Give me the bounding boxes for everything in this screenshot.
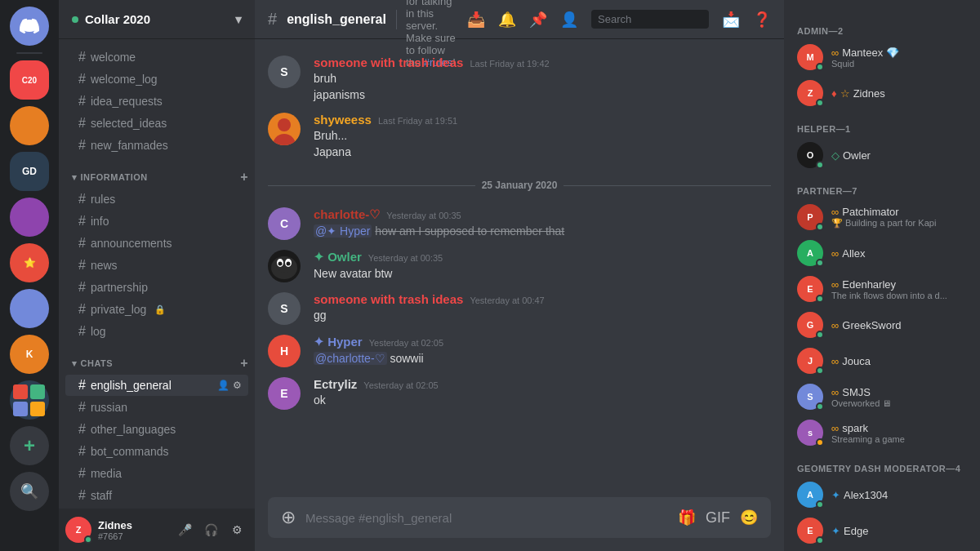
- messages-container: S someone with trash ideas Last Friday a…: [255, 39, 784, 497]
- message-timestamp: Yesterday at 02:05: [369, 338, 443, 348]
- member-item-edge[interactable]: E ✦ Edge: [791, 513, 973, 549]
- channel-item-idea-requests[interactable]: # idea_requests: [65, 91, 248, 112]
- gift-icon[interactable]: 🎁: [678, 509, 696, 527]
- header-actions: 📥 🔔 📌 👤 📩 ❓: [467, 10, 771, 29]
- server-icon-2[interactable]: [10, 106, 49, 145]
- gif-icon[interactable]: GIF: [706, 509, 730, 527]
- member-item-smjs[interactable]: S ∞ SMJS Overworked 🖥: [791, 379, 973, 415]
- message-input-actions: 🎁 GIF 😊: [678, 509, 758, 527]
- server-icon-4[interactable]: [10, 198, 49, 237]
- message-group: S someone with trash ideas Last Friday a…: [255, 52, 784, 106]
- divider-line: [564, 185, 771, 186]
- user-bar: Z Zidnes #7667 🎤 🎧 ⚙: [59, 509, 255, 551]
- server-icon-5[interactable]: ⭐: [10, 243, 49, 282]
- notification-icon[interactable]: 🔔: [498, 11, 516, 29]
- member-name: ♦ ☆ Zidnes: [831, 87, 967, 100]
- server-name: Collar 2020: [85, 12, 150, 26]
- channel-item-news[interactable]: # news: [65, 255, 248, 276]
- inbox-icon[interactable]: 📥: [467, 11, 485, 29]
- status-dot: [816, 295, 824, 303]
- member-item-alex1304[interactable]: A ✦ Alex1304: [791, 477, 973, 513]
- channel-sidebar: Collar 2020 ▾ # welcome # welcome_log # …: [59, 0, 255, 551]
- message-content: ✦ Owler Yesterday at 00:35 New avatar bt…: [314, 250, 771, 282]
- member-item-jouca[interactable]: J ∞ Jouca: [791, 343, 973, 379]
- member-item-allex[interactable]: A ∞ Allex: [791, 235, 973, 271]
- hash-icon: #: [78, 94, 86, 109]
- server-icon-multi[interactable]: [10, 380, 49, 420]
- settings-button[interactable]: ⚙: [225, 518, 248, 541]
- channel-item-russian[interactable]: # russian: [65, 397, 248, 418]
- channel-item-selected-ideas[interactable]: # selected_ideas: [65, 113, 248, 134]
- channel-item-english-general[interactable]: # english_general 👤 ⚙: [65, 375, 248, 396]
- add-file-button[interactable]: ⊕: [281, 497, 296, 538]
- member-avatar: A: [797, 240, 823, 266]
- add-channel-button[interactable]: +: [240, 356, 248, 371]
- channel-hash-icon: #: [268, 10, 277, 29]
- channel-name: new_fanmades: [91, 139, 168, 152]
- channel-item-welcome-log[interactable]: # welcome_log: [65, 69, 248, 90]
- add-channel-button[interactable]: +: [240, 170, 248, 184]
- channel-item-media[interactable]: # media: [65, 463, 248, 484]
- channel-name: media: [91, 467, 122, 480]
- member-item-edenharley[interactable]: E ∞ Edenharley The ink flows down into a…: [791, 271, 973, 307]
- message-text: gg: [314, 308, 771, 324]
- member-category-admin: ADMIN—2: [791, 13, 973, 39]
- message-author: someone with trash ideas: [314, 292, 463, 306]
- help-icon[interactable]: ❓: [753, 11, 771, 29]
- message-timestamp: Yesterday at 00:47: [470, 295, 544, 305]
- status-dot: [816, 161, 824, 169]
- channel-item-bot-commands[interactable]: # bot_commands: [65, 441, 248, 462]
- message-author: charlotte-♡: [314, 207, 380, 222]
- pin-icon[interactable]: 📌: [529, 11, 547, 29]
- member-item-patchimator[interactable]: P ∞ Patchimator 🏆 Building a part for Ka…: [791, 199, 973, 235]
- avatar: [268, 250, 301, 282]
- hash-icon: #: [78, 280, 86, 295]
- message-header: shyweess Last Friday at 19:51: [314, 113, 771, 127]
- member-item-spark[interactable]: s ∞ spark Streaming a game: [791, 415, 973, 451]
- online-dot: [72, 16, 78, 23]
- message-timestamp: Last Friday at 19:51: [378, 116, 457, 126]
- channel-item-new-fanmades[interactable]: # new_fanmades: [65, 135, 248, 156]
- member-item-owler[interactable]: O ◇ Owler: [791, 137, 973, 173]
- channel-item-announcements[interactable]: # announcements: [65, 233, 248, 254]
- status-dot: [816, 402, 824, 411]
- category-chats[interactable]: ▾ CHATS +: [59, 343, 255, 374]
- member-item-greeksword[interactable]: G ∞ GreekSword: [791, 307, 973, 343]
- mute-button[interactable]: 🎤: [173, 518, 196, 541]
- channel-name: private_log: [91, 303, 147, 316]
- server-icon-k[interactable]: K: [10, 335, 49, 374]
- category-information[interactable]: ▾ INFORMATION +: [59, 157, 255, 188]
- member-info: ✦ Edge: [831, 525, 967, 537]
- member-avatar: G: [797, 312, 823, 338]
- message-timestamp: Last Friday at 19:42: [470, 59, 549, 69]
- emoji-icon[interactable]: 😊: [740, 509, 758, 527]
- inbox-button[interactable]: 📩: [722, 11, 740, 29]
- server-icon-gdbot[interactable]: GD: [10, 152, 49, 191]
- explore-button[interactable]: 🔍: [10, 472, 49, 511]
- server-icon-collar[interactable]: C20: [10, 60, 49, 100]
- channel-item-partnership[interactable]: # partnership: [65, 277, 248, 298]
- hash-icon: #: [78, 116, 86, 131]
- member-item-manteex[interactable]: M ∞ Manteex 💎 Squid: [791, 39, 973, 75]
- members-icon[interactable]: 👤: [560, 11, 578, 29]
- channel-name: other_languages: [91, 423, 176, 436]
- channel-item-info[interactable]: # info: [65, 211, 248, 232]
- search-input[interactable]: [591, 10, 709, 29]
- channel-item-welcome[interactable]: # welcome: [65, 47, 248, 68]
- channel-name: rules: [91, 193, 115, 206]
- server-icon-6[interactable]: [10, 289, 49, 328]
- channel-item-log[interactable]: # log: [65, 321, 248, 342]
- message-input[interactable]: [305, 501, 668, 535]
- channel-item-staff[interactable]: # staff: [65, 485, 248, 506]
- add-server-button[interactable]: +: [10, 426, 49, 465]
- message-header: ✦ Hyper Yesterday at 02:05: [314, 335, 771, 349]
- channel-name: news: [91, 259, 118, 272]
- server-name-header[interactable]: Collar 2020 ▾: [59, 0, 255, 39]
- member-item-zidnes[interactable]: Z ♦ ☆ Zidnes: [791, 75, 973, 111]
- deafen-button[interactable]: 🎧: [199, 518, 222, 541]
- channel-item-private-log[interactable]: # private_log 🔒: [65, 299, 248, 320]
- message-group: E Ectryliz Yesterday at 02:05 ok: [255, 374, 784, 413]
- channel-item-other-languages[interactable]: # other_languages: [65, 419, 248, 440]
- discord-home-button[interactable]: [10, 7, 49, 46]
- channel-item-rules[interactable]: # rules: [65, 189, 248, 210]
